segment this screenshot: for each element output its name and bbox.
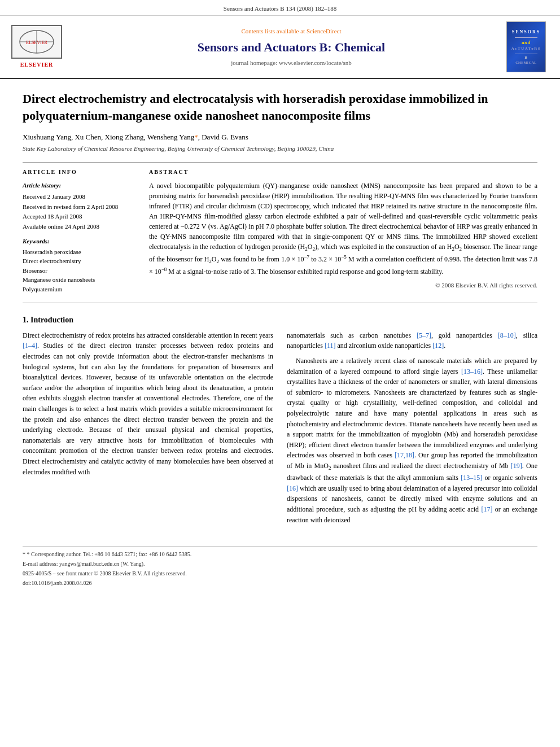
elsevier-brand-text: ELSEVIER bbox=[20, 61, 54, 69]
abstract-label: ABSTRACT bbox=[149, 168, 537, 176]
sensors-actuators-badge: SENSORS and AcTUAToRS B CHEMICAL bbox=[506, 21, 546, 72]
badge-sensors-text: SENSORS bbox=[512, 29, 540, 36]
info-abstract-section: ARTICLE INFO Article history: Received 2… bbox=[23, 168, 537, 294]
journal-homepage: journal homepage: www.elsevier.com/locat… bbox=[231, 59, 352, 67]
journal-citation-bar: Sensors and Actuators B 134 (2008) 182–1… bbox=[0, 0, 560, 16]
history-label: Article history: bbox=[23, 181, 135, 191]
journal-citation: Sensors and Actuators B 134 (2008) 182–1… bbox=[224, 5, 336, 12]
intro-paragraph-1: Direct electrochemistry of redox protein… bbox=[23, 330, 273, 477]
article-info-label: ARTICLE INFO bbox=[23, 168, 135, 176]
badge-chemical-text: CHEMICAL bbox=[515, 60, 537, 65]
sciencedirect-link: Contents lists available at ScienceDirec… bbox=[241, 27, 341, 36]
footnote-author: * * Corresponding author. Tel.: +86 10 6… bbox=[23, 551, 537, 558]
divider-2 bbox=[23, 303, 537, 303]
intro-paragraph-2: nanomaterials such as carbon nanotubes [… bbox=[287, 330, 537, 525]
ref-13-15: [13–15] bbox=[461, 474, 482, 482]
elsevier-emblem: ELSEVIER bbox=[11, 25, 62, 59]
intro-text-columns: Direct electrochemistry of redox protein… bbox=[23, 330, 537, 530]
journal-full-title: Sensors and Actuators B: Chemical bbox=[198, 39, 385, 56]
footnote-issn: 0925-4005/$ – see front matter © 2008 El… bbox=[23, 570, 537, 578]
article-body: Direct electrochemistry and electrocatal… bbox=[0, 79, 560, 600]
ref-5-7: [5–7] bbox=[417, 331, 431, 339]
elsevier-logo: ELSEVIER ELSEVIER bbox=[11, 25, 62, 69]
article-affiliation: State Key Laboratory of Chemical Resourc… bbox=[23, 145, 537, 153]
ref-8-10: [8–10] bbox=[498, 331, 516, 339]
journal-title-area: Contents lists available at ScienceDirec… bbox=[85, 21, 498, 72]
article-authors: Xiushuang Yang, Xu Chen, Xiong Zhang, We… bbox=[23, 132, 537, 142]
accepted-date: Accepted 18 April 2008 bbox=[23, 212, 135, 222]
svg-text:ELSEVIER: ELSEVIER bbox=[26, 40, 47, 45]
keyword-5: Polyquaternium bbox=[23, 285, 135, 294]
footnotes: * * Corresponding author. Tel.: +86 10 6… bbox=[23, 547, 537, 587]
badge-actuators-text: AcTUAToRS bbox=[511, 46, 541, 52]
badge-and-symbol: and bbox=[522, 39, 531, 46]
article-info-column: ARTICLE INFO Article history: Received 2… bbox=[23, 168, 135, 294]
keywords-section: Keywords: Horseradish peroxidase Direct … bbox=[23, 237, 135, 294]
ref-11: [11] bbox=[325, 342, 336, 350]
keyword-2: Direct electrochemistry bbox=[23, 256, 135, 266]
divider-1 bbox=[23, 162, 537, 163]
ref-16: [16] bbox=[287, 484, 298, 492]
ref-12: [12] bbox=[432, 342, 444, 350]
ref-13-16: [13–16] bbox=[461, 368, 483, 375]
footnote-email: E-mail address: yangws@mail.buct.edu.cn … bbox=[23, 560, 537, 568]
these-word: these bbox=[323, 474, 338, 482]
characterized-word: characterized bbox=[443, 192, 479, 200]
intro-right-column: nanomaterials such as carbon nanotubes [… bbox=[287, 330, 537, 530]
copyright-line: © 2008 Elsevier B.V. All rights reserved… bbox=[149, 281, 537, 290]
article-title: Direct electrochemistry and electrocatal… bbox=[23, 90, 537, 124]
badge-b-text: B bbox=[524, 55, 528, 61]
received-date: Received 2 January 2008 bbox=[23, 192, 135, 202]
keywords-label: Keywords: bbox=[23, 237, 135, 246]
intro-heading: 1. Introduction bbox=[23, 314, 537, 326]
abstract-text: A novel biocompatible polyquaternium (QY… bbox=[149, 181, 537, 277]
ref-19: [19] bbox=[511, 462, 522, 470]
ref-17: [17] bbox=[481, 505, 492, 513]
keyword-1: Horseradish peroxidase bbox=[23, 247, 135, 257]
ref-1-4: [1–4] bbox=[23, 342, 37, 350]
article-history: Article history: Received 2 January 2008… bbox=[23, 181, 135, 231]
online-date: Available online 24 April 2008 bbox=[23, 222, 135, 232]
page: Sensors and Actuators B 134 (2008) 182–1… bbox=[0, 0, 560, 600]
keyword-4: Manganese oxide nanosheets bbox=[23, 275, 135, 285]
footnote-doi: doi:10.1016/j.snb.2008.04.026 bbox=[23, 579, 537, 587]
ref-17-18: [17,18] bbox=[395, 451, 414, 459]
keyword-3: Biosensor bbox=[23, 266, 135, 276]
elsevier-logo-area: ELSEVIER ELSEVIER bbox=[11, 21, 79, 72]
sensors-badge-area: SENSORS and AcTUAToRS B CHEMICAL bbox=[504, 21, 549, 72]
abstract-column: ABSTRACT A novel biocompatible polyquate… bbox=[149, 168, 537, 294]
intro-left-column: Direct electrochemistry of redox protein… bbox=[23, 330, 273, 530]
sciencedirect-brand: ScienceDirect bbox=[307, 28, 342, 34]
revised-date: Received in revised form 2 April 2008 bbox=[23, 202, 135, 212]
journal-header: ELSEVIER ELSEVIER Contents lists availab… bbox=[0, 16, 560, 79]
